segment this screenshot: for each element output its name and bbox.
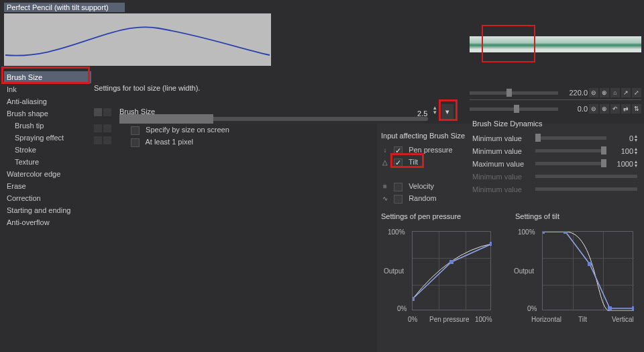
at-least-1px-row[interactable]: At least 1 pixel (131, 137, 193, 148)
specify-by-size-row[interactable]: Specify by size on screen (131, 125, 229, 136)
axis-label: 0% (408, 316, 417, 323)
svg-rect-2 (490, 242, 492, 246)
rotate-right-button[interactable]: ⊕ (600, 104, 609, 114)
axis-label: 0% (527, 305, 537, 312)
arrow-icon[interactable] (103, 124, 111, 132)
axis-label: Tilt (578, 316, 587, 323)
arrow-icon[interactable] (103, 136, 111, 144)
tilt-checkbox[interactable] (394, 159, 402, 167)
input-pen-pressure-row[interactable]: ↓ Pen pressure (381, 145, 453, 156)
axis-label: Pen pressure (429, 316, 469, 323)
brush-size-dynamics-button[interactable]: ▾ (441, 104, 453, 119)
dynamics-slider (535, 187, 637, 191)
navigator-viewport-box[interactable] (482, 25, 535, 62)
toggle-icon[interactable] (94, 136, 102, 144)
sidebar-item-starting-ending[interactable]: Starting and ending (4, 204, 91, 216)
pen-pressure-checkbox[interactable] (394, 146, 402, 155)
panel-header: Input affecting Brush Size (381, 132, 465, 140)
sidebar-item-correction[interactable]: Correction (4, 192, 91, 204)
pen-pressure-graph[interactable]: 100% Output 0% 0% Pen pressure 100% (381, 219, 495, 328)
dynamics-slider[interactable] (535, 136, 606, 140)
dynamics-value[interactable]: 0 (610, 134, 633, 142)
toggle-icon[interactable] (94, 124, 102, 132)
sidebar-item-stroke[interactable]: Stroke (4, 144, 91, 156)
zoom-slider[interactable] (470, 91, 558, 95)
random-label: Random (409, 194, 437, 202)
pen-pressure-icon: ↓ (381, 146, 389, 155)
axis-label: Vertical (612, 316, 634, 323)
brush-size-slider[interactable] (119, 117, 428, 121)
dynamics-label: Maximum value (472, 160, 535, 168)
sidebar-item-watercolor-edge[interactable]: Watercolor edge (4, 168, 91, 180)
flip-horizontal-button[interactable]: ⇄ (621, 104, 631, 114)
zoom-in-button[interactable]: ⊕ (600, 88, 609, 97)
sidebar-item-brush-shape[interactable]: Brush shape (4, 107, 91, 120)
sidebar-item-brush-tip[interactable]: Brush tip (4, 120, 91, 132)
axis-label: Output (514, 267, 534, 275)
slider-knob[interactable] (119, 114, 213, 124)
random-checkbox[interactable] (394, 195, 402, 204)
fit-button[interactable]: ↗ (621, 88, 631, 97)
dynamics-stepper[interactable]: ▴▾ (635, 134, 641, 142)
reset-rotation-button[interactable]: ↶ (610, 104, 620, 114)
sidebar-item-erase[interactable]: Erase (4, 180, 91, 192)
sidebar-item-anti-overflow[interactable]: Anti-overflow (4, 216, 91, 228)
dynamics-row-disabled: Minimum value (472, 183, 641, 195)
dynamics-title: Brush Size Dynamics (472, 120, 641, 128)
dynamics-row[interactable]: Maximum value 1000 ▴▾ (472, 157, 641, 170)
rotate-slider[interactable] (470, 107, 558, 111)
atleast-checkbox[interactable] (131, 138, 140, 147)
chevron-down-icon: ▾ (445, 107, 449, 116)
specify-checkbox[interactable] (131, 126, 140, 135)
input-random-row[interactable]: ∿ Random (381, 193, 437, 204)
axis-label: 100% (475, 316, 492, 323)
sidebar-item-spraying-effect[interactable]: Spraying effect (4, 132, 91, 144)
navigator-zoom-row: 220.0 ⊖ ⊕ ⌂ ↗ ⤢ (470, 86, 641, 99)
zoom-value[interactable]: 220.0 (562, 89, 588, 97)
svg-rect-1 (449, 260, 453, 264)
axis-label: 100% (518, 228, 535, 236)
velocity-icon: ≡ (381, 183, 389, 191)
sidebar-item-texture[interactable]: Texture (4, 156, 91, 168)
axis-label: 0% (397, 305, 407, 312)
zoom-reset-button[interactable]: ⌂ (610, 88, 620, 97)
dynamics-label: Minimum value (472, 185, 535, 193)
tilt-graph[interactable]: 100% Output 0% Horizontal Tilt Vertical (511, 219, 625, 328)
sidebar-item-antialiasing[interactable]: Anti-aliasing (4, 95, 91, 107)
input-velocity-row[interactable]: ≡ Velocity (381, 181, 434, 192)
dynamics-stepper[interactable]: ▴▾ (635, 160, 641, 168)
dynamics-row[interactable]: Minimum value 100 ▴▾ (472, 144, 641, 157)
dynamics-row[interactable]: Minimum value 0 ▴▾ (472, 132, 641, 144)
axis-label: Horizontal (531, 316, 561, 323)
row-controls-2[interactable] (94, 124, 114, 132)
brush-size-stepper[interactable]: ▴▾ (433, 105, 440, 115)
dynamics-slider[interactable] (535, 162, 606, 165)
svg-rect-5 (588, 262, 592, 266)
row-controls-1[interactable] (94, 107, 114, 116)
rotate-left-button[interactable]: ⊖ (589, 104, 598, 114)
axis-label: 100% (388, 228, 405, 236)
dynamics-value[interactable]: 1000 (610, 160, 633, 168)
brush-size-value[interactable]: 2.5 (417, 109, 427, 118)
fullscreen-button[interactable]: ⤢ (632, 88, 641, 97)
step-down-icon[interactable]: ▾ (433, 110, 440, 115)
flip-vertical-button[interactable]: ⇅ (632, 104, 641, 114)
zoom-out-button[interactable]: ⊖ (589, 88, 598, 97)
dynamics-slider[interactable] (535, 149, 606, 152)
rotate-value[interactable]: 0.0 (562, 105, 588, 113)
dynamics-stepper[interactable]: ▴▾ (635, 147, 641, 155)
velocity-checkbox[interactable] (394, 183, 402, 191)
eye-icon[interactable] (94, 108, 102, 116)
sidebar-item-ink[interactable]: Ink (4, 83, 91, 95)
input-tilt-row[interactable]: △ Tilt (381, 157, 418, 168)
atleast-label: At least 1 pixel (145, 138, 193, 146)
sidebar-item-brush-size[interactable]: Brush Size (4, 71, 91, 83)
arrow-icon[interactable] (103, 108, 111, 116)
brush-preview (4, 13, 271, 66)
row-controls-3[interactable] (94, 136, 114, 144)
dynamics-row-disabled: Minimum value (472, 170, 641, 183)
dynamics-value[interactable]: 100 (610, 147, 633, 155)
dynamics-label: Minimum value (472, 173, 535, 181)
brush-size-dynamics-values: Brush Size Dynamics Minimum value 0 ▴▾ M… (472, 120, 641, 195)
svg-rect-0 (413, 297, 415, 301)
